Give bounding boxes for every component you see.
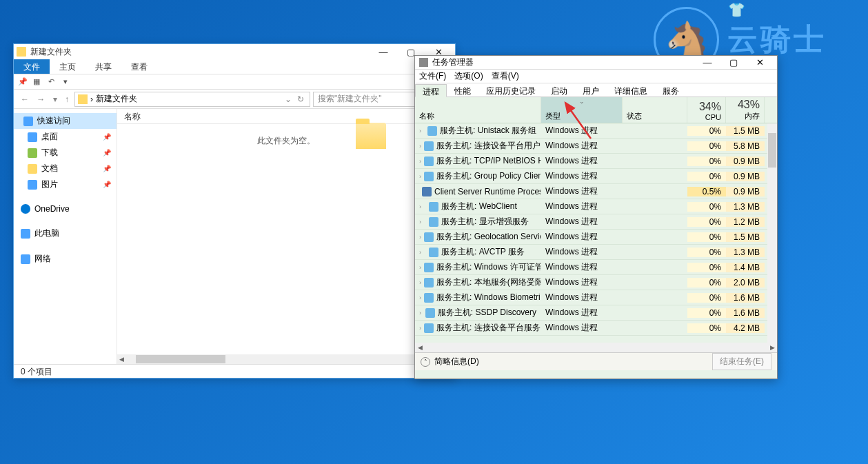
forward-button[interactable]: → (34, 94, 48, 104)
process-cpu: 0% (687, 217, 726, 227)
process-memory: 2.0 MB (726, 278, 765, 288)
tm-tab-2[interactable]: 应用历史记录 (478, 83, 543, 97)
expand-icon[interactable]: › (419, 219, 426, 225)
tm-tab-5[interactable]: 详细信息 (607, 83, 655, 97)
qat-dropdown-icon[interactable]: ▾ (63, 77, 68, 86)
tab-view[interactable]: 查看 (121, 59, 157, 74)
menu-file[interactable]: 文件(F) (419, 70, 446, 82)
content-area[interactable]: 名称 此文件夹为空。 ◀ ▶ (117, 109, 455, 364)
process-row[interactable]: ›服务主机: WebClientWindows 进程0%1.3 MB (415, 199, 777, 214)
process-row[interactable]: ›服务主机: Windows 许可证管...Windows 进程0%1.4 MB (415, 260, 777, 275)
sidebar-quick-access[interactable]: 快速访问 (14, 113, 117, 129)
process-type: Windows 进程 (541, 276, 623, 288)
path-dropdown-icon[interactable]: ⌄ (285, 94, 292, 104)
expand-icon[interactable]: › (419, 203, 426, 210)
expand-icon[interactable]: › (419, 128, 425, 134)
expand-icon[interactable]: › (419, 234, 421, 241)
tab-home[interactable]: 主页 (50, 59, 85, 74)
process-icon (424, 278, 434, 288)
process-name: 服务主机: 连接设备平台服务 (436, 322, 541, 334)
expand-icon[interactable]: › (419, 325, 421, 332)
horizontal-scrollbar[interactable]: ◀ ▶ (415, 343, 777, 352)
up-button[interactable]: ↑ (62, 94, 72, 104)
tm-tab-0[interactable]: 进程 (415, 84, 447, 97)
tm-tab-1[interactable]: 性能 (447, 83, 478, 97)
scroll-thumb[interactable] (136, 355, 225, 363)
refresh-icon[interactable]: ↻ (294, 94, 307, 104)
sidebar-this-pc[interactable]: 此电脑 (14, 225, 117, 241)
process-memory: 1.2 MB (726, 217, 765, 227)
process-row[interactable]: ›服务主机: AVCTP 服务Windows 进程0%1.3 MB (415, 245, 777, 260)
col-header-cpu[interactable]: 34% CPU (687, 97, 726, 123)
sidebar-network[interactable]: 网络 (14, 251, 117, 267)
scroll-left-icon[interactable]: ◀ (415, 344, 425, 351)
expand-icon[interactable]: › (419, 173, 421, 180)
back-button[interactable]: ← (18, 94, 32, 104)
tm-tab-4[interactable]: 用户 (575, 83, 607, 97)
col-header-memory[interactable]: 43% 内存 (726, 97, 765, 123)
process-row[interactable]: ›服务主机: 本地服务(网络受限)Windows 进程0%2.0 MB (415, 275, 777, 290)
process-row[interactable]: ›服务主机: TCP/IP NetBIOS Hel...Windows 进程0%… (415, 154, 777, 169)
path-box[interactable]: › 新建文件夹 ⌄ ↻ (74, 92, 310, 107)
sidebar-item-label: 网络 (34, 253, 51, 265)
tab-share[interactable]: 共享 (85, 59, 121, 74)
process-cpu: 0% (687, 202, 726, 212)
scroll-right-icon[interactable]: ▶ (767, 344, 777, 351)
minimize-button[interactable]: — (370, 47, 397, 57)
process-type: Windows 进程 (541, 246, 623, 258)
tm-titlebar[interactable]: 任务管理器 — ▢ ✕ (415, 56, 777, 70)
tm-tab-3[interactable]: 启动 (543, 83, 575, 97)
cpu-percent: 34% (699, 101, 721, 113)
scroll-thumb[interactable] (768, 133, 776, 168)
sidebar-item-download[interactable]: 下载📌 (14, 145, 117, 161)
sidebar-item-docs[interactable]: 文档📌 (14, 161, 117, 176)
menu-view[interactable]: 查看(V) (492, 70, 519, 82)
close-button[interactable]: ✕ (747, 57, 773, 68)
breadcrumb[interactable]: 新建文件夹 (96, 93, 137, 105)
end-task-button[interactable]: 结束任务(E) (712, 353, 771, 370)
column-header-name[interactable]: 名称 (117, 109, 455, 124)
menu-options[interactable]: 选项(O) (454, 70, 483, 82)
tm-tab-6[interactable]: 服务 (655, 83, 687, 97)
expand-icon[interactable]: › (419, 143, 421, 150)
vertical-scrollbar[interactable] (767, 123, 777, 343)
tm-column-headers: 名称 ⌄ 类型 状态 34% CPU 43% 内存 (415, 97, 777, 123)
maximize-button[interactable]: ▢ (720, 57, 747, 68)
sidebar-item-pics[interactable]: 图片📌 (14, 176, 117, 192)
process-row[interactable]: ›服务主机: Unistack 服务组Windows 进程0%1.5 MB (415, 123, 777, 139)
col-header-type[interactable]: ⌄ 类型 (541, 97, 623, 123)
col-header-status[interactable]: 状态 (623, 97, 687, 123)
process-row[interactable]: ›服务主机: SSDP DiscoveryWindows 进程0%1.6 MB (415, 305, 777, 321)
horizontal-scrollbar[interactable]: ◀ ▶ (117, 354, 455, 364)
expand-icon[interactable]: › (419, 294, 421, 301)
process-cpu: 0% (687, 157, 726, 166)
expand-icon[interactable]: › (419, 158, 421, 165)
process-memory: 1.5 MB (726, 232, 765, 242)
process-row[interactable]: ›服务主机: 连接设备平台用户服...Windows 进程0%5.8 MB (415, 139, 777, 154)
pin-icon[interactable]: 📌 (18, 77, 28, 87)
expand-icon[interactable]: › (419, 249, 426, 256)
expand-icon[interactable]: › (419, 310, 423, 316)
status-bar: 0 个项目 (14, 364, 455, 379)
folder-icon (78, 94, 88, 104)
tab-file[interactable]: 文件 (14, 59, 50, 74)
expand-icon[interactable]: › (419, 279, 421, 286)
process-row[interactable]: Client Server Runtime ProcessWindows 进程0… (415, 184, 777, 199)
col-header-name[interactable]: 名称 (415, 97, 541, 123)
explorer-titlebar[interactable]: 新建文件夹 — ▢ ✕ (14, 44, 455, 59)
process-row[interactable]: ›服务主机: Group Policy ClientWindows 进程0%0.… (415, 169, 777, 184)
sidebar-onedrive[interactable]: OneDrive (14, 202, 117, 216)
process-row[interactable]: ›服务主机: Windows Biometric...Windows 进程0%1… (415, 290, 777, 305)
expand-icon[interactable]: › (419, 264, 421, 271)
process-row[interactable]: ›服务主机: 连接设备平台服务Windows 进程0%4.2 MB (415, 321, 777, 336)
sidebar-item-label: OneDrive (34, 204, 70, 214)
minimize-button[interactable]: — (694, 57, 720, 68)
fewer-details-button[interactable]: ˄ 简略信息(D) (421, 356, 479, 367)
undo-icon[interactable]: ↶ (48, 77, 58, 87)
sidebar-item-desktop[interactable]: 桌面📌 (14, 129, 117, 145)
recent-dropdown[interactable]: ▾ (50, 94, 60, 104)
properties-icon[interactable]: ▦ (33, 77, 43, 87)
sidebar-item-label: 此电脑 (34, 228, 59, 239)
process-row[interactable]: ›服务主机: 显示增强服务Windows 进程0%1.2 MB (415, 214, 777, 230)
process-row[interactable]: ›服务主机: Geolocation ServiceWindows 进程0%1.… (415, 230, 777, 245)
